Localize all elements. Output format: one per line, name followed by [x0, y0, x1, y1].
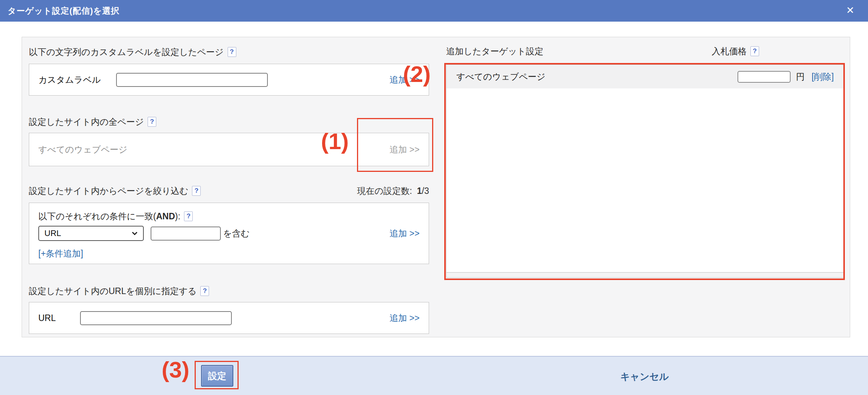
current-setting-count: 現在の設定数: 1/3: [357, 185, 429, 197]
all-pages-add-link[interactable]: 追加 >>: [390, 144, 420, 156]
contains-label: を含む: [223, 228, 250, 239]
filter-pages-section-title: 設定したサイト内からページを絞り込む: [29, 185, 188, 197]
added-targets-list: すべてのウェブページ 円 [削除]: [446, 65, 844, 278]
individual-url-add-link[interactable]: 追加 >>: [390, 312, 420, 324]
dialog-footer: 設定 キャンセル: [0, 356, 868, 395]
url-contains-input[interactable]: [151, 227, 221, 241]
help-icon[interactable]: ?: [750, 46, 759, 56]
dialog-titlebar: ターゲット設定(配信)を選択 ✕: [0, 0, 868, 22]
help-icon[interactable]: ?: [192, 186, 201, 196]
bid-price-header: 入札価格 ?: [712, 46, 759, 57]
all-pages-box: すべてのウェブページ 追加 >>: [29, 133, 429, 166]
close-icon[interactable]: ✕: [846, 5, 854, 15]
bid-price-input[interactable]: [737, 71, 791, 83]
individual-url-section-title: 設定したサイト内のURLを個別に指定する: [29, 285, 197, 297]
all-pages-item-label: すべてのウェブページ: [38, 144, 127, 156]
target-list-empty-area: [447, 88, 844, 272]
chevron-down-icon: [132, 231, 138, 235]
target-row: すべてのウェブページ 円 [削除]: [447, 65, 844, 88]
custom-label-field-label: カスタムラベル: [38, 74, 116, 86]
delete-target-link[interactable]: [削除]: [811, 71, 834, 83]
custom-label-section-title: 以下の文字列のカスタムラベルを設定したページ: [29, 46, 224, 58]
match-condition-label: 以下のそれぞれの条件に一致(AND):: [38, 211, 180, 222]
individual-url-input[interactable]: [80, 311, 232, 325]
custom-label-add-link[interactable]: 追加 >>: [390, 74, 420, 86]
target-row-name: すべてのウェブページ: [456, 71, 737, 83]
individual-url-box: URL 追加 >>: [29, 302, 429, 334]
help-icon[interactable]: ?: [200, 286, 209, 296]
submit-button[interactable]: 設定: [201, 365, 233, 387]
target-list-footer-strip: [447, 272, 844, 277]
custom-label-input[interactable]: [116, 73, 268, 87]
currency-unit-label: 円: [796, 71, 805, 83]
dialog-title: ターゲット設定(配信)を選択: [0, 5, 120, 17]
filter-pages-box: 以下のそれぞれの条件に一致(AND): ? URL を含む 追加 >> [+条件…: [29, 203, 429, 264]
help-icon[interactable]: ?: [184, 211, 193, 221]
add-condition-link[interactable]: [+条件追加]: [38, 249, 83, 258]
url-field-label: URL: [38, 313, 80, 323]
help-icon[interactable]: ?: [228, 47, 236, 57]
url-condition-select[interactable]: URL: [38, 226, 144, 241]
filter-add-link[interactable]: 追加 >>: [390, 228, 420, 239]
target-settings-panel: 以下の文字列のカスタムラベルを設定したページ ? カスタムラベル 追加 >> 設…: [22, 37, 850, 337]
added-targets-header: 追加したターゲット設定: [446, 46, 543, 57]
target-options-column: 以下の文字列のカスタムラベルを設定したページ ? カスタムラベル 追加 >> 設…: [29, 37, 429, 334]
cancel-link[interactable]: キャンセル: [620, 370, 669, 383]
all-pages-section-title: 設定したサイト内の全ページ: [29, 116, 144, 128]
custom-label-box: カスタムラベル 追加 >>: [29, 64, 429, 96]
added-targets-column: 追加したターゲット設定 入札価格 ? すべてのウェブページ 円 [削除]: [446, 37, 845, 337]
help-icon[interactable]: ?: [148, 117, 156, 127]
